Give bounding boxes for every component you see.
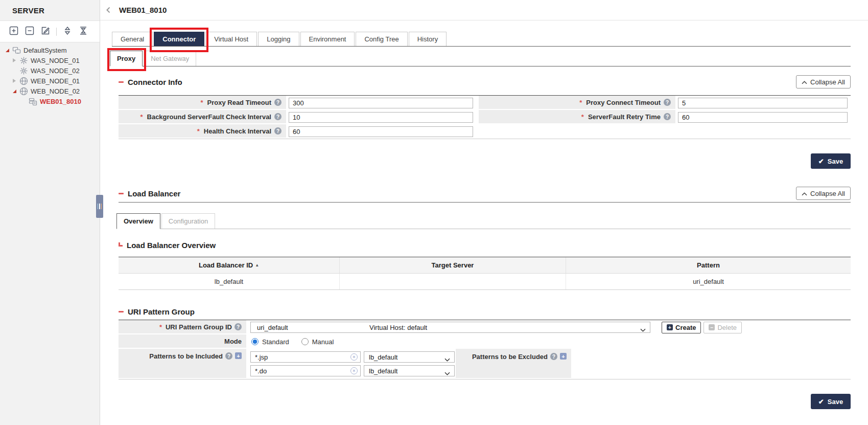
proxy-read-timeout-input[interactable] [289,98,473,108]
edit-node-button[interactable] [40,27,51,37]
minus-square-icon: − [709,324,715,330]
help-icon[interactable]: ? [664,113,671,120]
section-dash-icon [119,193,124,194]
content: General Connector Virtual Host Logging E… [100,32,868,409]
toolbar-separator [56,28,57,36]
uri-pattern-group-title: URI Pattern Group [119,307,195,316]
sort-asc-icon: ▲ [255,263,259,267]
pattern-lb-select[interactable]: lb_default [364,365,455,376]
tab-virtual-host[interactable]: Virtual Host [205,32,257,46]
uri-pattern-group-header: URI Pattern Group [119,307,851,316]
plus-square-icon [9,26,18,37]
tree-item-web-node-02[interactable]: WEB_NODE_02 [0,86,100,96]
tree-item-label: WEB01_8010 [40,98,81,105]
background-serverfault-check-interval-input[interactable] [289,112,473,123]
radio-manual[interactable] [301,338,309,345]
was-node-icon [19,66,28,75]
tree-collapse-arrow[interactable] [11,79,17,83]
radio-label-manual[interactable]: Manual [312,338,334,346]
add-pattern-icon[interactable]: + [560,353,567,360]
uri-pattern-group-id-select[interactable]: uri_default Virtual Host: default [250,322,650,333]
cell-pattern: uri_default [566,274,851,289]
virtual-host-text: Virtual Host: default [369,324,427,331]
subtab-configuration[interactable]: Configuration [161,213,215,229]
tab-connector[interactable]: Connector [154,32,204,46]
column-header-target-server[interactable]: Target Server [340,257,566,273]
field-label: * Proxy Read Timeout ? [119,96,286,110]
field-value-cell [675,110,851,124]
pattern-lb-select[interactable]: lb_default [364,351,455,363]
help-icon[interactable]: ? [274,99,281,106]
excluded-patterns-area [571,349,851,379]
minus-square-icon [25,26,34,37]
tree-item-was-node-01[interactable]: WAS_NODE_01 [0,55,100,65]
tree-collapse-arrow[interactable] [11,58,17,62]
pattern-input[interactable] [250,365,361,376]
tree-item-defaultsystem[interactable]: DefaultSystem [0,45,100,55]
tree-item-label: WAS_NODE_02 [31,67,80,75]
radio-standard[interactable] [251,338,259,345]
lb-overview-header: Load Balancer Overview [119,241,851,250]
create-button[interactable]: + Create [662,322,701,333]
subtab-overview[interactable]: Overview [116,213,160,229]
help-icon[interactable]: ? [664,99,671,106]
tree-item-web-node-01[interactable]: WEB_NODE_01 [0,76,100,86]
remove-pattern-icon[interactable]: × [350,353,358,361]
expand-all-button[interactable] [62,27,73,37]
field-label: * Proxy Connect Timeout ? [476,96,675,110]
load-balancer-header: Load Balancer Collapse All [119,187,851,200]
delete-button[interactable]: − Delete [703,322,742,333]
uri-group-id-row: * URI Pattern Group ID ? uri_default Vir… [119,320,851,334]
save-button[interactable]: ✔ Save [811,153,851,169]
add-node-button[interactable] [9,27,19,37]
add-pattern-icon[interactable]: + [235,352,242,359]
tab-environment[interactable]: Environment [300,32,355,46]
collapse-all-icon [79,26,88,37]
radio-label-standard[interactable]: Standard [262,338,289,346]
collapse-panel-chevron-icon[interactable] [103,5,113,15]
table-row[interactable]: lb_default uri_default [119,274,851,290]
lb-overview-title: Load Balancer Overview [119,241,216,250]
tree-item-web01-8010[interactable]: WEB01_8010 [0,96,100,106]
subtab-net-gateway[interactable]: Net Gateway [144,51,196,66]
help-icon[interactable]: ? [274,113,281,120]
tab-logging[interactable]: Logging [258,32,299,46]
mode-radio-group: Standard Manual [251,338,334,346]
connector-save-row: ✔ Save [112,153,851,169]
tree-expand-arrow[interactable] [4,49,10,52]
help-icon[interactable]: ? [274,127,281,135]
load-balancer-subtabs: Overview Configuration [116,213,851,229]
remove-pattern-icon[interactable]: × [350,367,358,374]
collapse-all-button[interactable]: Collapse All [796,187,851,200]
proxy-connect-timeout-input[interactable] [678,98,848,108]
subtab-proxy[interactable]: Proxy [110,51,143,66]
chevron-down-icon [444,355,450,363]
collapse-all-tree-button[interactable] [78,27,88,37]
help-icon[interactable]: ? [550,353,557,360]
column-header-load-balancer-id[interactable]: Load Balancer ID ▲ [119,257,340,273]
tree-expand-arrow[interactable] [11,90,17,93]
plus-square-icon: + [667,324,673,330]
tree-item-was-node-02[interactable]: WAS_NODE_02 [0,65,100,76]
tab-config-tree[interactable]: Config Tree [356,32,407,46]
sidebar-splitter-handle[interactable] [96,195,103,218]
save-button[interactable]: ✔ Save [811,394,851,409]
collapse-all-button[interactable]: Collapse All [796,75,851,88]
section-divider [119,202,851,203]
was-node-icon [19,56,28,65]
help-icon[interactable]: ? [225,352,232,360]
remove-node-button[interactable] [25,27,35,37]
tab-history[interactable]: History [409,32,447,46]
section-dash-icon [119,311,124,312]
health-check-interval-input[interactable] [289,126,473,137]
field-value-cell [675,96,851,110]
tab-general[interactable]: General [112,32,153,46]
connector-info-title: Connector Info [119,78,182,86]
web-node-icon [19,76,28,85]
serverfault-retry-time-input[interactable] [678,112,848,123]
pattern-input[interactable] [250,351,361,363]
cell-load-balancer-id: lb_default [119,274,340,289]
column-header-pattern[interactable]: Pattern [566,257,851,273]
help-icon[interactable]: ? [234,323,242,330]
included-patterns: × lb_default × [246,349,456,376]
